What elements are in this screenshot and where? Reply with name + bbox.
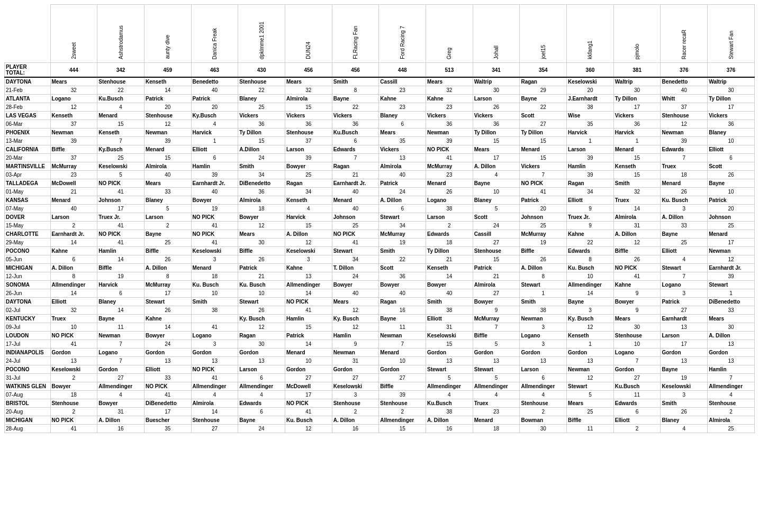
score-r10-p3: 3 [191,255,238,264]
pick-r0-p3: Benedetto [191,77,238,86]
score-r9-p9: 27 [473,239,520,247]
score-r1-p5: 15 [285,103,332,112]
race-name: SONOMA [5,281,51,289]
score-r14-p3: 41 [191,323,238,332]
total-8: 513 [426,63,473,78]
pick-r5-p9: A. Dillon [473,162,520,171]
pick-r10-p13: Elliott [661,247,708,255]
race-name-row: CALIFORNIABiffleKy.BuschMenardElliottA.D… [5,145,755,154]
pick-r19-p3: Almirola [191,399,238,408]
score-r5-p6: 21 [332,171,379,179]
score-r0-p6: 8 [332,86,379,95]
score-r2-p6: 36 [332,120,379,129]
score-r19-p11: 25 [567,408,614,416]
pick-r7-p12: Truex [613,196,661,205]
pick-r8-p7: Stewart [379,213,426,222]
race-name: WATKINS GLEN [5,382,51,391]
race-date: 15-May [5,222,51,230]
pick-r19-p10: Stenhouse [520,399,567,408]
pick-r20-p10: Bowman [520,416,567,425]
pick-r6-p4: DiBenedetto [238,179,285,188]
race-score-row: 31-Jul227334162727275561227197 [5,374,755,382]
race-name-row: DAYTONAElliottBlaneyStewartSmithStewartN… [5,298,755,306]
pick-r17-p5: Gordon [285,365,332,374]
score-r18-p0: 18 [50,391,97,399]
race-name: DAYTONA [5,298,51,306]
score-r12-p2: 17 [144,289,191,298]
score-r16-p2: 13 [144,357,191,365]
score-r16-p9: 13 [473,357,520,365]
pick-r17-p8: Stewart [426,365,473,374]
pick-r8-p5: Harvick [285,213,332,222]
pick-r15-p12: Stenhouse [613,332,661,340]
score-r15-p8: 15 [426,340,473,348]
score-r17-p1: 27 [97,374,144,382]
score-r20-p11: 11 [567,425,614,433]
score-r3-p13: 39 [661,137,708,145]
pick-r17-p14: Hamlin [708,365,755,374]
score-r15-p13: 17 [661,340,708,348]
pick-r3-p7: Mears [379,129,426,137]
pick-r1-p14: Ty Dillon [708,95,755,103]
score-r3-p5: 37 [285,137,332,145]
pick-r3-p4: Ty Dillon [238,129,285,137]
score-r6-p6: 40 [332,188,379,196]
pick-r19-p5: NO PICK [285,399,332,408]
pick-r1-p5: Almirola [285,95,332,103]
race-date: 07-Aug [5,391,51,399]
pick-r5-p13: Truex [661,162,708,171]
score-r7-p3: 19 [191,205,238,213]
score-r18-p9: 4 [473,391,520,399]
pick-r6-p14: Bayne [708,179,755,188]
pick-r9-p5: A. Dillon [285,230,332,239]
score-r1-p1: 4 [97,103,144,112]
pick-r12-p11: Allmendinger [567,281,614,289]
score-r3-p7: 35 [379,137,426,145]
pick-r5-p6: Ragan [332,162,379,171]
pick-r17-p11: Newman [567,365,614,374]
pick-r12-p0: Allmendinger [50,281,97,289]
pick-r15-p3: Logano [191,332,238,340]
pick-r17-p12: Gordon [613,365,661,374]
pick-r4-p10: Menard [520,145,567,154]
pick-r16-p7: Menard [379,348,426,357]
score-r16-p13: 13 [661,357,708,365]
score-r4-p13: 7 [661,154,708,162]
score-r9-p11: 22 [567,239,614,247]
pick-r9-p4: Mears [238,230,285,239]
race-col-header [5,5,51,63]
score-r7-p9: 5 [473,205,520,213]
score-r13-p11: 3 [567,306,614,315]
pick-r3-p12: Harvick [613,129,661,137]
score-r7-p5: 4 [285,205,332,213]
score-r16-p11: 13 [567,357,614,365]
pick-r4-p0: Biffle [50,145,97,154]
pick-r19-p13: Smith [661,399,708,408]
pick-r12-p12: Kahne [613,281,661,289]
score-r14-p13: 13 [661,323,708,332]
score-r16-p7: 10 [379,357,426,365]
score-r4-p0: 37 [50,154,97,162]
pick-r12-p3: Ku. Busch [191,281,238,289]
pick-r2-p8: Vickers [426,112,473,120]
pick-r10-p1: Hamlin [97,247,144,255]
score-r9-p12: 12 [613,239,661,247]
pick-r6-p9: Bayne [473,179,520,188]
score-r13-p2: 26 [144,306,191,315]
score-r6-p12: 32 [613,188,661,196]
score-r15-p0: 41 [50,340,97,348]
pick-r2-p4: Vickers [238,112,285,120]
total-11: 360 [567,63,614,78]
score-r7-p6: 40 [332,205,379,213]
score-r14-p8: 31 [426,323,473,332]
pick-r20-p13: Blaney [661,416,708,425]
total-9: 341 [473,63,520,78]
race-name-row: BRISTOLStenhouseBowyerDiBenedettoAlmirol… [5,399,755,408]
score-r6-p9: 10 [473,188,520,196]
pick-r13-p3: Smith [191,298,238,306]
score-r18-p3: 4 [191,391,238,399]
pick-r14-p10: Newman [520,315,567,323]
pick-r9-p0: Earnhardt Jr. [50,230,97,239]
pick-r2-p7: Blaney [379,112,426,120]
score-r8-p10: 25 [520,222,567,230]
